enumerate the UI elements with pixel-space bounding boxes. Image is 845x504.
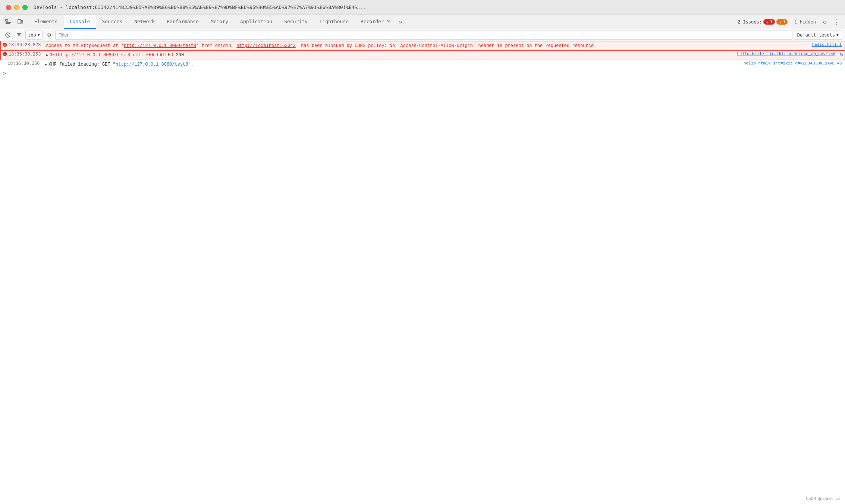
tab-application[interactable]: Application [234, 15, 278, 29]
clear-console-button[interactable] [3, 30, 13, 40]
svg-rect-3 [18, 19, 21, 24]
cors-url-link[interactable]: http://127.0.0.1:8080/test8 [124, 43, 196, 48]
close-button[interactable] [6, 5, 11, 10]
svg-rect-0 [6, 19, 8, 21]
tab-network[interactable]: Network [128, 15, 161, 29]
timestamp-2: 18:36:30.253 [7, 51, 44, 58]
devtools-panel: Elements Console Sources Network Perform… [0, 15, 845, 504]
more-options-button[interactable]: ⋮ [832, 17, 842, 27]
issues-count[interactable]: 2 Issues: ✕ 1 ! 1 [735, 18, 791, 25]
minimize-button[interactable] [14, 5, 19, 10]
error-icon-1: ✕ [1, 41, 7, 47]
tab-performance[interactable]: Performance [161, 15, 205, 29]
console-error-row-cors: ✕ 18:36:28.823 Access to XMLHttpRequest … [0, 41, 845, 51]
tab-recorder[interactable]: Recorder ⌥ [355, 15, 396, 29]
tab-memory[interactable]: Memory [205, 15, 234, 29]
console-error-row-get: ✕ 18:36:30.253 ▶ GET http://127.0.0.1:80… [0, 51, 845, 60]
tabs-right-area: 2 Issues: ✕ 1 ! 1 1 hidden ⚙ ⋮ [735, 17, 842, 27]
svg-text:!: ! [779, 21, 781, 24]
svg-point-15 [48, 34, 49, 35]
tabs-bar: Elements Console Sources Network Perform… [0, 15, 845, 29]
warning-icon-3 [0, 60, 6, 61]
source-link-1[interactable]: hello.html:1 [809, 41, 845, 48]
tab-console[interactable]: Console [64, 15, 96, 29]
traffic-lights [6, 5, 28, 10]
source-link-3[interactable]: hello.html? ijt=ikit…d=RELOAD_ON_SAVE:45 [741, 60, 845, 67]
error-message-cors: Access to XMLHttpRequest at 'http://127.… [44, 41, 809, 50]
tab-icon-group [3, 17, 25, 27]
expand-arrow-get[interactable]: ▶ [46, 53, 48, 58]
get-url-link[interactable]: http://127.0.0.1:8080/test8 [58, 52, 130, 59]
log-level-selector[interactable]: Default levels ▼ [794, 31, 842, 40]
svg-text:✕: ✕ [4, 53, 6, 57]
error-icon-2: ✕ [1, 51, 7, 56]
filter-input[interactable] [55, 31, 792, 40]
warning-badge: ! 1 [776, 19, 788, 25]
tab-security[interactable]: Security [278, 15, 314, 29]
titlebar: DevTools - localhost:63342/4148339%E5%AE… [0, 0, 845, 15]
console-prompt-row[interactable]: > [0, 69, 845, 78]
inspect-element-icon[interactable] [3, 17, 13, 27]
console-output: ✕ 18:36:28.823 Access to XMLHttpRequest … [0, 41, 845, 504]
xhr-url-link[interactable]: http://127.0.0.1:8080/test8 [116, 61, 188, 68]
hidden-count: 1 hidden [792, 19, 818, 25]
device-toolbar-icon[interactable] [15, 17, 25, 27]
console-toolbar: top ▼ Default levels ▼ [0, 29, 845, 41]
watermark: CSDN @ideal-cs [806, 496, 841, 501]
svg-rect-4 [21, 21, 23, 23]
settings-button[interactable]: ⚙ [820, 17, 830, 27]
source-link-2[interactable]: hello.html? ijt=ikit…d=RELOAD_ON_SAVE:45 [734, 51, 839, 57]
svg-text:✕: ✕ [767, 21, 769, 24]
svg-line-10 [7, 34, 9, 36]
tabs-list: Elements Console Sources Network Perform… [28, 15, 405, 29]
tab-lighthouse[interactable]: Lighthouse [314, 15, 355, 29]
timestamp-1: 18:36:28.823 [7, 41, 44, 49]
tab-elements[interactable]: Elements [28, 15, 64, 29]
eye-icon[interactable] [44, 30, 54, 40]
reload-icon[interactable]: ↻ [839, 51, 845, 57]
maximize-button[interactable] [22, 5, 28, 10]
svg-text:✕: ✕ [4, 44, 6, 47]
origin-url-link[interactable]: http://localhost:63342 [236, 43, 295, 48]
source-area-2: hello.html? ijt=ikit…d=RELOAD_ON_SAVE:45… [734, 51, 845, 57]
get-message: ▶ GET http://127.0.0.1:8080/test8 net::E… [44, 51, 734, 60]
xhr-message: ▶ XHR failed loading: GET " http://127.0… [43, 60, 741, 69]
filter-icon[interactable] [14, 30, 24, 40]
timestamp-3: 18:36:30.256 [6, 60, 43, 67]
error-badge: ✕ 1 [763, 19, 775, 25]
window-title: DevTools - localhost:63342/4148339%E5%AE… [34, 4, 366, 10]
prompt-icon[interactable]: > [3, 71, 6, 77]
console-warning-row-xhr: 18:36:30.256 ▶ XHR failed loading: GET "… [0, 60, 845, 69]
tab-sources[interactable]: Sources [96, 15, 128, 29]
more-tabs-button[interactable]: » [396, 15, 405, 29]
context-selector[interactable]: top ▼ [25, 31, 43, 40]
expand-arrow-xhr[interactable]: ▶ [45, 62, 47, 67]
